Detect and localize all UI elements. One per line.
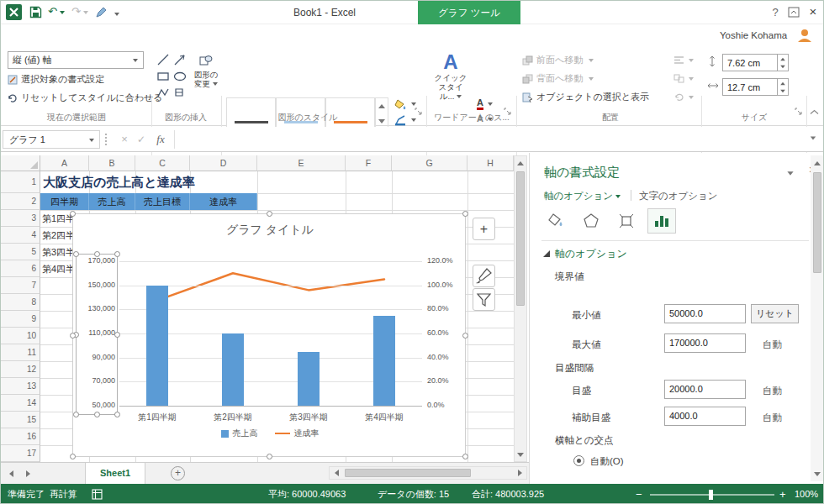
column-header-C[interactable]: C	[135, 155, 190, 171]
secondary-axis-label[interactable]: 40.0%	[427, 353, 466, 361]
column-header-E[interactable]: E	[257, 155, 346, 171]
row-header-5[interactable]: 5	[1, 244, 40, 260]
legend-item-bar[interactable]: 売上高	[221, 428, 258, 439]
value-axis-label[interactable]: 130,000	[77, 304, 115, 312]
value-axis-label[interactable]: 90,000	[77, 353, 115, 361]
column-header-H[interactable]: H	[467, 155, 514, 171]
pane-scrollbar[interactable]	[811, 155, 824, 481]
secondary-axis-label[interactable]: 120.0%	[427, 256, 466, 265]
chart-bar-4[interactable]	[373, 316, 395, 407]
grid-vertical-scrollbar[interactable]	[514, 155, 527, 462]
reset-button[interactable]: リセット	[751, 304, 799, 323]
bounds-label: 境界値	[555, 270, 584, 283]
sheet-tab-sheet1[interactable]: Sheet1	[85, 463, 145, 485]
auto-radio-label[interactable]: 自動(O)	[590, 455, 624, 468]
section-axis-options[interactable]: 軸のオプション	[555, 247, 627, 261]
column-header-D[interactable]: D	[190, 155, 257, 171]
cell-title[interactable]: 大阪支店の売上高と達成率	[43, 171, 278, 193]
maximum-input[interactable]: 170000.0	[664, 333, 746, 353]
status-count[interactable]: データの個数: 15	[378, 484, 449, 504]
horizontal-scrollbar[interactable]	[329, 466, 527, 480]
row-header-2[interactable]: 2	[1, 193, 40, 210]
cell-table-header[interactable]: 達成率	[190, 193, 257, 210]
row-header-8[interactable]: 8	[1, 294, 40, 311]
zoom-level[interactable]: 100%	[795, 484, 818, 504]
scroll-up-icon[interactable]	[516, 158, 525, 168]
secondary-axis-label[interactable]: 100.0%	[427, 281, 466, 289]
pane-scroll-up-icon[interactable]	[813, 158, 821, 168]
pane-scroll-down-icon[interactable]	[813, 469, 821, 479]
column-header-A[interactable]: A	[40, 155, 89, 171]
value-axis-label[interactable]: 150,000	[77, 281, 115, 289]
row-header-6[interactable]: 6	[1, 260, 40, 277]
zoom-out-icon[interactable]: −	[636, 484, 642, 504]
minimum-input[interactable]: 50000.0	[664, 304, 746, 323]
minor-input[interactable]: 4000.0	[664, 407, 746, 426]
column-header-B[interactable]: B	[89, 155, 135, 171]
status-calculate[interactable]: 再計算	[50, 484, 77, 504]
secondary-axis-label[interactable]: 20.0%	[427, 376, 466, 385]
category-label[interactable]: 第1四半期	[125, 412, 189, 423]
cell-table-header[interactable]: 売上高	[89, 193, 135, 210]
chart-elements-button[interactable]: +	[473, 218, 495, 240]
zoom-slider-thumb[interactable]	[709, 490, 713, 500]
row-header-13[interactable]: 13	[1, 378, 40, 395]
pane-tab-axis-options[interactable]: 軸のオプション	[544, 190, 621, 202]
row-header-17[interactable]: 17	[1, 445, 40, 462]
chart-legend[interactable]: 売上高達成率	[73, 426, 467, 441]
row-header-7[interactable]: 7	[1, 277, 40, 294]
pane-menu-icon[interactable]	[787, 171, 794, 176]
hscroll-left-icon[interactable]	[331, 469, 341, 477]
secondary-axis-label[interactable]: 0.0%	[427, 401, 466, 409]
category-label[interactable]: 第2四半期	[201, 412, 265, 423]
section-expander-icon[interactable]	[543, 250, 550, 257]
chart-filters-button[interactable]	[473, 288, 495, 311]
legend-item-line[interactable]: 達成率	[275, 428, 320, 439]
value-axis-label[interactable]: 50,000	[77, 401, 115, 409]
auto-radio[interactable]	[573, 455, 584, 466]
row-header-3[interactable]: 3	[1, 210, 40, 227]
row-header-12[interactable]: 12	[1, 361, 40, 378]
category-label[interactable]: 第3四半期	[277, 412, 341, 423]
sheet-nav-left-icon[interactable]	[9, 470, 13, 477]
row-header-4[interactable]: 4	[1, 227, 40, 244]
scroll-down-icon[interactable]	[516, 449, 525, 459]
chart[interactable]: グラフ タイトル 170,000120.0%150,000100.0%130,0…	[72, 213, 466, 457]
row-header-11[interactable]: 11	[1, 344, 40, 361]
value-axis-label[interactable]: 70,000	[77, 376, 115, 385]
row-header-15[interactable]: 15	[1, 412, 40, 428]
status-average[interactable]: 平均: 60000.49063	[268, 484, 346, 504]
hscroll-right-icon[interactable]	[515, 469, 525, 477]
category-label[interactable]: 第4四半期	[352, 412, 416, 423]
effects-icon[interactable]	[577, 208, 605, 234]
column-header-F[interactable]: F	[346, 155, 392, 171]
pane-tab-text-options[interactable]: 文字のオプション	[639, 190, 718, 202]
secondary-axis-label[interactable]: 80.0%	[427, 304, 466, 312]
chart-bar-1[interactable]	[146, 286, 168, 406]
row-header-9[interactable]: 9	[1, 311, 40, 328]
secondary-axis-label[interactable]: 60.0%	[427, 328, 466, 337]
cell-table-header[interactable]: 四半期	[40, 193, 89, 210]
select-all-corner[interactable]	[1, 155, 40, 171]
row-header-1[interactable]: 1	[1, 171, 40, 193]
zoom-in-icon[interactable]: +	[779, 484, 786, 504]
sheet-nav-right-icon[interactable]	[26, 470, 30, 477]
fill-line-icon[interactable]	[541, 208, 570, 234]
row-header-16[interactable]: 16	[1, 428, 40, 445]
chart-styles-button[interactable]	[473, 265, 495, 287]
chart-title[interactable]: グラフ タイトル	[73, 223, 467, 238]
row-header-10[interactable]: 10	[1, 328, 40, 344]
chart-bar-3[interactable]	[298, 352, 320, 407]
value-axis-label[interactable]: 110,000	[77, 328, 115, 337]
column-header-G[interactable]: G	[392, 155, 467, 171]
row-header-14[interactable]: 14	[1, 395, 40, 412]
size-properties-icon[interactable]	[612, 208, 641, 234]
axis-options-icon[interactable]	[647, 208, 676, 234]
new-sheet-button[interactable]: +	[171, 466, 185, 480]
macro-record-icon[interactable]	[92, 489, 103, 500]
cell-table-header[interactable]: 売上目標	[135, 193, 190, 210]
status-sum[interactable]: 合計: 480003.925	[472, 484, 544, 504]
value-axis-label[interactable]: 170,000	[77, 256, 115, 265]
chart-bar-2[interactable]	[222, 333, 244, 406]
major-input[interactable]: 20000.0	[664, 380, 746, 399]
